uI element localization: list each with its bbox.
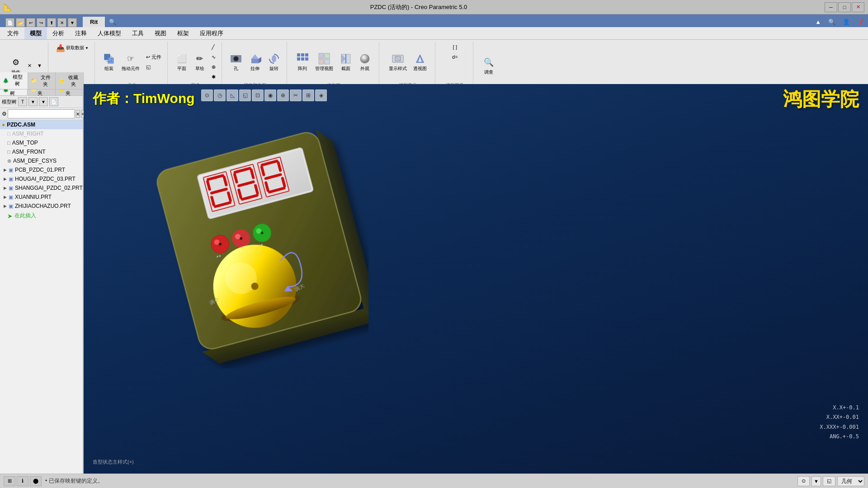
tree-filter-btn[interactable]: ▼	[28, 97, 38, 106]
xuanniu-icon: ▣	[9, 194, 13, 200]
search-input[interactable]	[8, 109, 75, 118]
btn-hole[interactable]: 孔	[227, 51, 245, 73]
vp-btn-6[interactable]: ◉	[264, 89, 276, 101]
tree-settings-btn[interactable]: ▼	[39, 97, 48, 106]
status-btn-grid[interactable]: ⊞	[4, 476, 15, 486]
menu-human[interactable]: 人体模型	[92, 28, 127, 39]
panel-tab-row: 🌲 模型树 📁 文件夹 ⭐ 收藏夹	[0, 72, 84, 89]
menu-view[interactable]: 视图	[149, 28, 172, 39]
btn-sketch[interactable]: ✏ 草绘	[191, 51, 208, 73]
btn-perspective[interactable]: 透视图	[411, 51, 429, 73]
qa-undo[interactable]: ↩	[26, 18, 35, 27]
tree-item-asm-front[interactable]: □ ASM_FRONT	[0, 147, 83, 156]
btn-rotate-component[interactable]: ↩ 元件	[144, 52, 164, 61]
svg-rect-11	[301, 53, 304, 56]
coord-line1: X.X+-0.1	[820, 403, 859, 413]
btn-d-equal[interactable]: d=	[450, 52, 460, 61]
vp-btn-2[interactable]: ◷	[214, 89, 226, 101]
status-btn-cursor[interactable]: ⬤	[30, 476, 42, 486]
viewport[interactable]: 作者：TimWong 鸿图学院 ⊙ ◷ ◺ ◱ ⊡ ◉ ⊕ ✂ ⊞ ◈	[84, 84, 868, 474]
btn-line[interactable]: ╱	[209, 42, 218, 52]
minimize-button[interactable]: ─	[825, 2, 837, 12]
btn-repeat[interactable]: ◱	[144, 62, 164, 71]
favorites-label: 收藏夹	[66, 74, 80, 88]
vp-btn-5[interactable]: ⊡	[252, 89, 264, 101]
svg-rect-10	[297, 53, 300, 56]
panel-tab-favorites[interactable]: ⭐ 收藏夹	[56, 72, 84, 89]
btn-array[interactable]: 阵列	[294, 51, 311, 73]
btn-plane[interactable]: ⬜ 平面	[173, 51, 190, 73]
vp-btn-8[interactable]: ✂	[290, 89, 302, 101]
btn-ops-arrow[interactable]: ▼	[35, 61, 44, 70]
btn-csys[interactable]: ⊕	[209, 62, 218, 71]
btn-drag-component[interactable]: ☞ 拖动元件	[119, 51, 142, 73]
btn-curve[interactable]: ∿	[209, 52, 218, 61]
btn-ops-close[interactable]: ✕	[25, 61, 34, 70]
logo-text: 鸿图学院	[783, 87, 859, 112]
btn-revolve[interactable]: 旋转	[265, 51, 283, 73]
label-display-style: 显示样式	[389, 66, 407, 72]
btn-bracket[interactable]: [ ]	[451, 42, 459, 52]
ribbon-help[interactable]: ❓	[854, 17, 868, 27]
status-options-btn[interactable]: ⊙	[797, 476, 810, 486]
ribbon-search[interactable]: 🔍	[825, 17, 839, 27]
menu-analysis[interactable]: 分析	[47, 28, 70, 39]
btn-appearance[interactable]: 外观	[356, 51, 373, 73]
vp-btn-1[interactable]: ⊙	[201, 89, 213, 101]
status-btn-info[interactable]: ℹ	[17, 476, 28, 486]
folder-icon: 📁	[31, 78, 37, 84]
btn-display-style[interactable]: 显示样式	[387, 51, 409, 73]
status-model-btn[interactable]: ◱	[823, 476, 835, 486]
tree-item-pcb[interactable]: ▶ ▣ PCB_PZDC_01.PRT	[0, 165, 83, 174]
qa-open[interactable]: 📂	[16, 18, 25, 27]
menu-notes[interactable]: 注释	[70, 28, 92, 39]
btn-assemble[interactable]: 组装	[100, 51, 118, 73]
vp-btn-10[interactable]: ◈	[315, 89, 327, 101]
qa-redo[interactable]: ↪	[37, 18, 46, 27]
panel-tab-folder[interactable]: 📁 文件夹	[28, 72, 56, 89]
menu-model[interactable]: 模型	[24, 28, 47, 39]
tree-add-col-btn[interactable]: 📄	[49, 97, 58, 106]
vp-btn-4[interactable]: ◱	[239, 89, 251, 101]
vp-btn-9[interactable]: ⊞	[302, 89, 314, 101]
tree-item-xuanniu[interactable]: ▶ ▣ XUANNIU.PRT	[0, 192, 83, 202]
tab-rit[interactable]: Rit	[82, 16, 105, 27]
ribbon-tab-search[interactable]: 🔍	[105, 16, 120, 27]
svg-rect-1	[108, 58, 113, 63]
svg-point-5	[234, 57, 238, 61]
tree-item-asm-right[interactable]: □ ASM_RIGHT	[0, 129, 83, 138]
menu-frame[interactable]: 框架	[172, 28, 194, 39]
tree-sort-btn[interactable]: T	[18, 97, 27, 106]
tree-item-asm-top[interactable]: □ ASM_TOP	[0, 138, 83, 147]
ribbon-collapse[interactable]: ▲	[811, 17, 825, 27]
status-arrow-btn[interactable]: ▼	[811, 476, 821, 486]
workspace: 🌲 模型树 📁 文件夹 ⭐ 收藏夹 模型树 T ▼ ▼ 📄 ⚙ ✕ +	[0, 84, 868, 474]
btn-manage-view[interactable]: 管理视图	[313, 51, 335, 73]
tree-root[interactable]: ● PZDC.ASM	[0, 120, 83, 129]
qa-close[interactable]: ✕	[57, 18, 66, 27]
qa-import[interactable]: ⬆	[47, 18, 56, 27]
search-clear-btn[interactable]: ✕	[75, 110, 80, 118]
tree-item-shanggai[interactable]: ▶ ▣ SHANGGAI_PZDC_02.PRT	[0, 183, 83, 192]
vp-btn-7[interactable]: ⊕	[277, 89, 289, 101]
menu-tools[interactable]: 工具	[127, 28, 149, 39]
vp-btn-3[interactable]: ◺	[226, 89, 238, 101]
btn-section[interactable]: 截面	[337, 51, 354, 73]
tree-item-zhijiao[interactable]: ▶ ▣ ZHIJIAOCHAZUO.PRT	[0, 202, 83, 211]
panel-tab-model-tree[interactable]: 🌲 模型树	[0, 72, 28, 89]
ribbon-account[interactable]: 👤	[839, 17, 854, 27]
author-text: 作者：TimWong	[93, 89, 195, 108]
qa-more[interactable]: ▼	[68, 18, 77, 27]
maximize-button[interactable]: □	[838, 2, 851, 12]
btn-import[interactable]: 📥 获取数据 ▼	[54, 42, 91, 53]
qa-new[interactable]: 📄	[5, 18, 14, 27]
geometry-dropdown[interactable]: 几何	[837, 476, 864, 486]
close-button[interactable]: ✕	[852, 2, 864, 12]
quick-access-toolbar: 📄 📂 ↩ ↪ ⬆ ✕ ▼	[2, 18, 80, 27]
tree-item-insert-here[interactable]: ➤ 在此插入	[0, 211, 83, 221]
tree-item-asm-def-csys[interactable]: ⊕ ASM_DEF_CSYS	[0, 156, 83, 165]
menu-file[interactable]: 文件	[2, 28, 24, 39]
menu-apps[interactable]: 应用程序	[194, 28, 229, 39]
btn-extrude[interactable]: 拉伸	[246, 51, 264, 73]
tree-item-hougai[interactable]: ▶ ▣ HOUGAI_PZDC_03.PRT	[0, 174, 83, 183]
